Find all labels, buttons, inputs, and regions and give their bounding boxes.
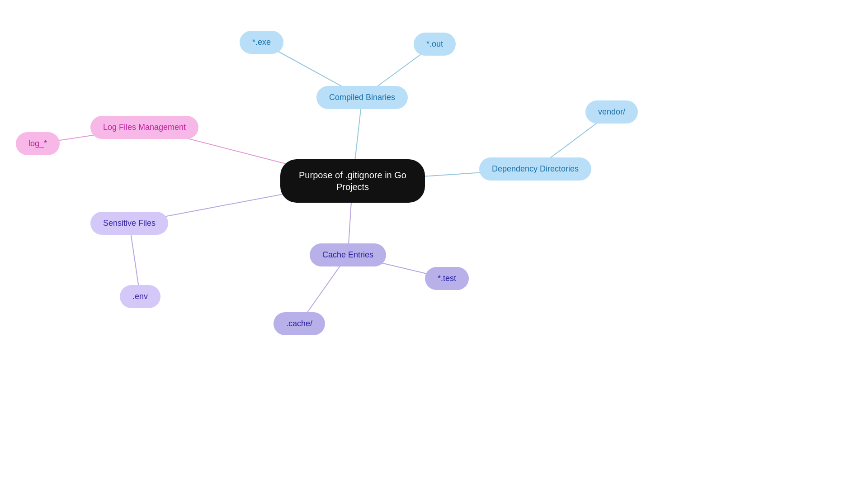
log-files-node: Log Files Management [90,116,198,139]
cache-dir-node: .cache/ [274,312,325,335]
env-node: .env [120,285,160,308]
sensitive-files-node: Sensitive Files [90,212,168,235]
exe-node: *.exe [240,31,283,54]
compiled-binaries-node: Compiled Binaries [316,86,408,109]
log-star-node: log_* [16,132,60,155]
dependency-dirs-node: Dependency Directories [479,157,591,181]
cache-entries-node: Cache Entries [310,243,386,266]
center-node: Purpose of .gitignore in Go Projects [280,159,425,203]
out-node: *.out [414,33,456,56]
vendor-node: vendor/ [585,100,638,124]
test-node: *.test [425,267,469,290]
